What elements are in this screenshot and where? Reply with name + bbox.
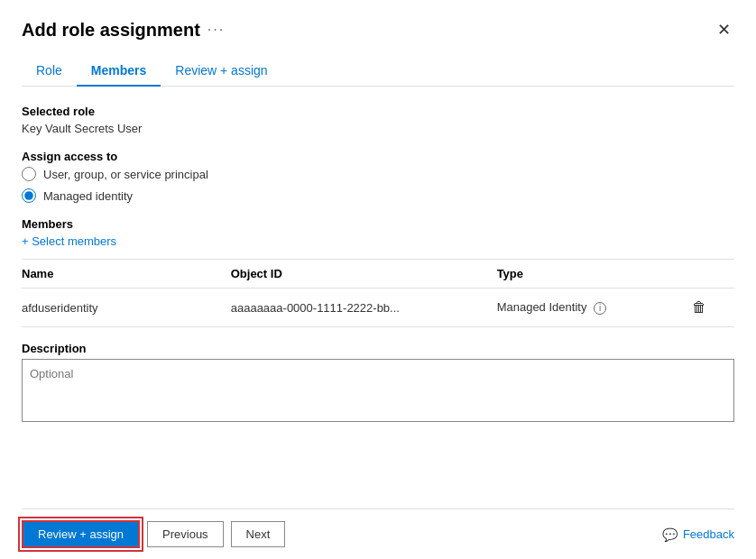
review-assign-button[interactable]: Review + assign (22, 520, 140, 548)
radio-managed-identity-input[interactable] (22, 188, 36, 203)
radio-user-group-label: User, group, or service principal (43, 168, 208, 181)
selected-role-label: Selected role (22, 105, 734, 118)
members-table-container: Name Object ID Type afduseridentity aaaa… (22, 259, 734, 327)
col-header-type: Type (497, 260, 687, 289)
cell-name: afduseridentity (22, 289, 231, 327)
cell-object-id: aaaaaaaa-0000-1111-2222-bb... (231, 289, 497, 327)
col-header-action (687, 260, 734, 289)
radio-user-group-input[interactable] (22, 167, 36, 181)
members-table: Name Object ID Type afduseridentity aaaa… (22, 260, 734, 327)
radio-managed-identity-label: Managed identity (43, 189, 133, 203)
cell-delete: 🗑 (687, 289, 734, 327)
cell-type: Managed Identity i (497, 289, 687, 327)
dialog-title: Add role assignment (22, 20, 200, 41)
feedback-label: Feedback (683, 527, 734, 541)
next-button[interactable]: Next (231, 521, 286, 547)
footer: Review + assign Previous Next 💬 Feedback (22, 509, 734, 559)
previous-button[interactable]: Previous (147, 521, 224, 547)
col-header-name: Name (22, 260, 231, 289)
tab-role[interactable]: Role (22, 56, 77, 87)
members-label: Members (22, 217, 734, 231)
table-header-row: Name Object ID Type (22, 260, 734, 289)
feedback-button[interactable]: 💬 Feedback (662, 527, 734, 542)
selected-role-value: Key Vault Secrets User (22, 122, 734, 135)
tab-members[interactable]: Members (77, 56, 161, 87)
col-header-objectid: Object ID (231, 260, 497, 289)
cell-type-text: Managed Identity (497, 300, 587, 314)
dialog-header: Add role assignment ··· ✕ (22, 18, 734, 41)
description-textarea[interactable] (22, 359, 734, 422)
select-members-link-text: + Select members (22, 234, 116, 248)
radio-managed-identity[interactable]: Managed identity (22, 188, 734, 203)
delete-row-button[interactable]: 🗑 (687, 298, 712, 317)
tab-review[interactable]: Review + assign (161, 56, 281, 87)
select-members-link[interactable]: + Select members (22, 234, 116, 248)
content-area: Selected role Key Vault Secrets User Ass… (22, 105, 734, 509)
tabs: Role Members Review + assign (22, 56, 734, 87)
assign-access-label: Assign access to (22, 150, 734, 163)
description-label: Description (22, 342, 734, 355)
more-options-icon[interactable]: ··· (207, 22, 225, 38)
feedback-icon: 💬 (662, 527, 678, 542)
radio-user-group[interactable]: User, group, or service principal (22, 167, 734, 181)
dialog-title-row: Add role assignment ··· (22, 20, 225, 41)
table-row: afduseridentity aaaaaaaa-0000-1111-2222-… (22, 289, 734, 327)
description-section: Description (22, 342, 734, 425)
members-section: Members + Select members (22, 217, 734, 248)
info-icon[interactable]: i (594, 302, 606, 315)
close-button[interactable]: ✕ (714, 18, 734, 41)
assign-access-group: User, group, or service principal Manage… (22, 167, 734, 203)
add-role-assignment-dialog: Add role assignment ··· ✕ Role Members R… (0, 0, 756, 559)
